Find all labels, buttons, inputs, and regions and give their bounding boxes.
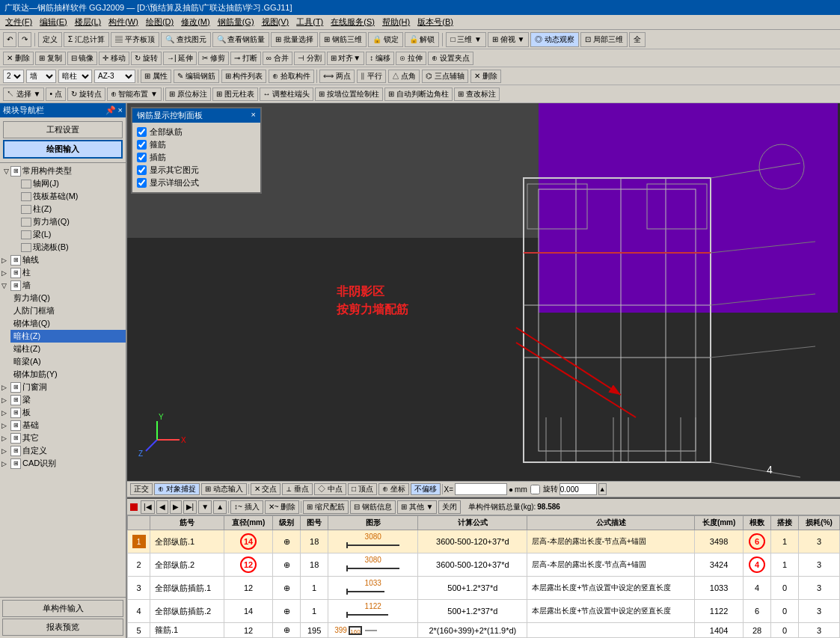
tree-slab[interactable]: 现浇板(B)	[10, 241, 126, 254]
status-ortho[interactable]: 正交	[130, 483, 153, 495]
btn-merge[interactable]: ∞ 合并	[263, 52, 292, 65]
component-type-select[interactable]: 墙	[26, 70, 56, 83]
btn-top-view[interactable]: ⊞ 俯视 ▼	[488, 32, 529, 47]
tree-beam[interactable]: 梁(L)	[10, 228, 126, 241]
tree-brick-wall[interactable]: 砌体墙(Q)	[10, 317, 126, 330]
btn-insert-rebar[interactable]: ↕~ 插入	[230, 500, 263, 514]
menu-tools[interactable]: 工具(T)	[292, 15, 327, 29]
btn-view-rebar[interactable]: 🔍 查看钢筋量	[212, 32, 270, 47]
btn-rebar-other[interactable]: ⊞ 其他 ▼	[397, 500, 437, 514]
btn-delete[interactable]: ✕ 删除	[3, 52, 34, 65]
btn-3point-aux[interactable]: ⌬ 三点辅轴	[422, 70, 468, 83]
cb-stirrup[interactable]	[137, 140, 147, 150]
nav-last[interactable]: ▶|	[183, 500, 197, 514]
toolbar-redo[interactable]: ↷	[18, 32, 31, 47]
menu-draw[interactable]: 绘图(D)	[142, 15, 177, 29]
float-item-formula[interactable]: 显示详细公式	[137, 177, 256, 189]
tree-shear-wall[interactable]: 剪力墙(Q)	[10, 215, 126, 228]
btn-point-draw[interactable]: • 点	[46, 88, 65, 101]
table-row[interactable]: 2 全部纵筋.2 12 ⊕ 18 3080	[128, 553, 840, 577]
tree-end-col[interactable]: 端柱(Z)	[10, 343, 126, 355]
cb-other[interactable]	[137, 165, 147, 175]
tree-other[interactable]: ▷ ⊞ 其它	[0, 432, 126, 444]
btn-single-component[interactable]: 单构件输入	[2, 600, 123, 617]
btn-offset[interactable]: ↕ 编移	[366, 52, 394, 65]
btn-3d[interactable]: □ 三维 ▼	[446, 32, 486, 47]
menu-component[interactable]: 构件(W)	[105, 15, 142, 29]
btn-select[interactable]: ↖ 选择 ▼	[3, 88, 44, 101]
menu-help[interactable]: 帮助(H)	[378, 15, 414, 29]
status-intersection[interactable]: ✕ 交点	[251, 483, 281, 495]
btn-parallel[interactable]: ∥ 平行	[357, 70, 386, 83]
status-coordinate[interactable]: ⊕ 坐标	[378, 483, 409, 495]
tree-column-group[interactable]: ▷ ⊞ 柱	[0, 266, 126, 279]
btn-rotate[interactable]: ↻ 旋转	[131, 52, 162, 65]
tree-beam-group[interactable]: ▷ ⊞ 梁	[0, 393, 126, 406]
float-item-all-long[interactable]: 全部纵筋	[137, 126, 256, 138]
az-select[interactable]: AZ-3	[94, 70, 135, 83]
float-item-stirrup[interactable]: 箍筋	[137, 138, 256, 151]
table-row[interactable]: 3 全部纵筋插筋.1 12 ⊕ 1 1033	[128, 577, 840, 600]
btn-delete-aux[interactable]: ✕ 删除	[470, 70, 501, 83]
rotate-input[interactable]	[560, 483, 597, 495]
menu-file[interactable]: 文件(F)	[1, 15, 36, 29]
tree-slab-group[interactable]: ▷ ⊞ 板	[0, 406, 126, 419]
btn-dynamic-view[interactable]: ◎ 动态观察	[530, 32, 579, 47]
btn-set-point[interactable]: ⊕ 设置夹点	[428, 52, 473, 65]
btn-rotate-point[interactable]: ↻ 旋转点	[67, 88, 105, 101]
nav-down[interactable]: ▼	[198, 500, 212, 514]
btn-component-list[interactable]: ⊞ 构件列表	[221, 70, 267, 83]
btn-find-element[interactable]: 🔍 查找图元	[161, 32, 211, 47]
btn-pick-component[interactable]: ⊕ 拾取构件	[269, 70, 314, 83]
btn-scale-rebar[interactable]: ⊞ 缩尺配筋	[303, 500, 349, 514]
btn-rebar-info[interactable]: ⊟ 钢筋信息	[350, 500, 396, 514]
cb-all-long[interactable]	[137, 127, 147, 137]
btn-close-rebar[interactable]: 关闭	[438, 500, 461, 514]
menu-rebar[interactable]: 钢筋量(G)	[214, 15, 258, 29]
btn-adj-col-end[interactable]: ↔ 调整柱端头	[260, 88, 314, 101]
status-obj-snap[interactable]: ⊕ 对象捕捉	[154, 483, 200, 495]
menu-floor[interactable]: 楼层(L)	[71, 15, 105, 29]
nav-first[interactable]: |◀	[141, 500, 155, 514]
btn-extend[interactable]: →| 延伸	[163, 52, 197, 65]
tree-door-window[interactable]: ▷ ⊞ 门窗洞	[0, 381, 126, 393]
tree-common-types[interactable]: ▽ ⊞ 常用构件类型	[0, 165, 126, 177]
btn-trim[interactable]: ✂ 修剪	[198, 52, 229, 65]
tree-wall-group[interactable]: ▽ ⊞ 墙	[0, 279, 126, 292]
btn-origin-label[interactable]: ⊞ 原位标注	[165, 88, 211, 101]
btn-batch-select[interactable]: ⊞ 批量选择	[271, 32, 318, 47]
btn-report-preview[interactable]: 报表预览	[2, 619, 123, 636]
tree-cad[interactable]: ▷ ⊞ CAD识别	[0, 457, 126, 470]
tree-masonry-add[interactable]: 砌体加筋(Y)	[10, 368, 126, 381]
btn-align[interactable]: ⊞ 对齐▼	[327, 52, 365, 65]
status-perpendicular[interactable]: ⊥ 垂点	[282, 483, 313, 495]
btn-move[interactable]: ✛ 移动	[99, 52, 129, 65]
nav-prev[interactable]: ◀	[156, 500, 168, 514]
cb-formula[interactable]	[137, 178, 147, 188]
btn-pull[interactable]: ⊙ 拉伸	[396, 52, 426, 65]
table-row[interactable]: 4 全部纵筋插筋.2 14 ⊕ 1 1122	[128, 600, 840, 623]
btn-sum[interactable]: Σ 汇总计算	[64, 32, 109, 47]
btn-break[interactable]: ⊸ 打断	[230, 52, 261, 65]
layer-select[interactable]: 2	[3, 70, 24, 83]
tree-axisnet[interactable]: 轴网(J)	[10, 177, 126, 190]
rotate-check[interactable]	[530, 485, 540, 494]
tree-foundation-beam[interactable]: 筏板基础(M)	[10, 190, 126, 203]
tree-hidden-col[interactable]: 暗柱(Z)	[10, 330, 126, 343]
tree-custom[interactable]: ▷ ⊞ 自定义	[0, 444, 126, 457]
table-row[interactable]: 5 箍筋.1 12 ⊕ 195 399 160	[128, 623, 840, 638]
btn-check-label[interactable]: ⊞ 查改标注	[454, 88, 500, 101]
menu-online[interactable]: 在线服务(S)	[327, 15, 378, 29]
btn-define[interactable]: 定义	[38, 32, 62, 47]
btn-point-angle[interactable]: △ 点角	[388, 70, 420, 83]
btn-element-table[interactable]: ⊞ 图元柱表	[212, 88, 258, 101]
tree-shear-wall2[interactable]: 剪力墙(Q)	[10, 292, 126, 304]
tree-civil-defense[interactable]: 人防门框墙	[10, 304, 126, 317]
cb-insert[interactable]	[137, 153, 147, 162]
nav-up[interactable]: ▲	[213, 500, 227, 514]
btn-auto-corner-col[interactable]: ⊞ 自动判断边角柱	[384, 88, 453, 101]
table-row[interactable]: 1 全部纵筋.1 14 ⊕ 18 3080	[128, 530, 840, 553]
status-midpoint[interactable]: ◇ 中点	[314, 483, 346, 495]
btn-unlock[interactable]: 🔓 解锁	[405, 32, 440, 47]
float-item-other[interactable]: 显示其它图元	[137, 164, 256, 177]
